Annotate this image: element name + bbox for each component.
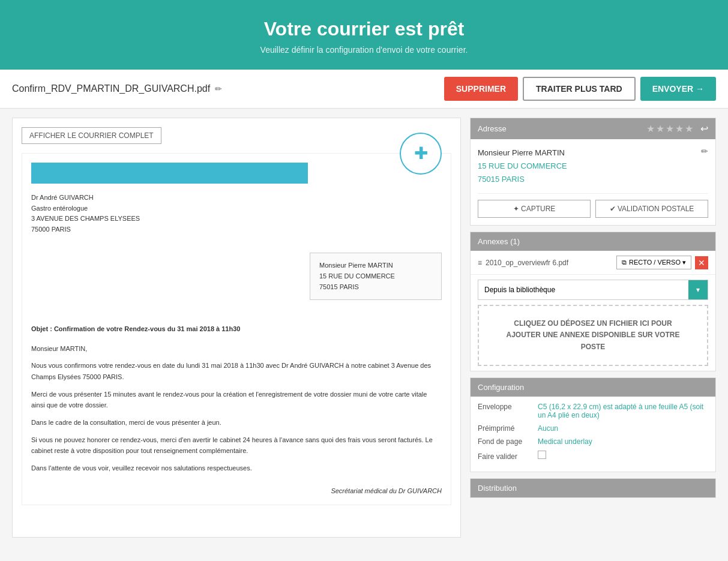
annexes-card: Annexes (1) ≡ 2010_op_overviewfr 6.pdf ⧉… [470,232,716,371]
dropzone-text: CLIQUEZ OU DÉPOSEZ UN FICHIER ICI POUR A… [507,319,680,350]
page-subtitle: Veuillez définir la configuration d'envo… [12,45,716,55]
config-row-preimprime: Préimprimé Aucun [478,424,708,433]
letter-para2: Merci de vous présenter 15 minutes avant… [31,389,442,411]
main-content: AFFICHER LE COURRIER COMPLET ✚ Dr André … [0,109,728,547]
sender-line3: 3 AVENUE DES CHAMPS ELYSEES [31,214,442,224]
letter-signature: Secrétariat médical du Dr GUIVARCH [31,486,442,496]
address-line1: 15 RUE DU COMMERCE [478,160,567,173]
star4: ★ [675,123,684,134]
letter-para3: Dans le cadre de la consultation, merci … [31,417,442,428]
recipient-line3: 75015 PARIS [319,282,432,293]
recto-verso-label: RECTO / VERSO ▾ [629,259,686,266]
return-icon[interactable]: ↩ [700,123,708,134]
address-section-title: Adresse [478,124,507,133]
address-edit-icon[interactable]: ✏ [701,146,708,156]
letter-para5: Dans l'attente de vous voir, veuillez re… [31,463,442,474]
star5: ★ [685,123,693,134]
toolbar-buttons: SUPPRIMER TRAITER PLUS TARD ENVOYER → [444,77,716,101]
sender-line2: Gastro entérologue [31,203,442,214]
sender-line1: Dr André GUIVARCH [31,193,442,203]
configuration-section-header: Configuration [471,378,715,397]
configuration-title: Configuration [478,383,524,392]
letter-body: Monsieur MARTIN, Nous vous confirmons vo… [31,343,442,474]
filename-label: Confirm_RDV_PMARTIN_DR_GUIVARCH.pdf [12,83,210,94]
letter-logo: ✚ [400,133,442,175]
config-label-fond: Fond de page [478,437,538,446]
config-label-preimprime: Préimprimé [478,424,538,433]
configuration-card: Configuration Enveloppe C5 (16,2 x 22,9 … [470,377,716,472]
remove-annex-button[interactable]: ✕ [695,256,708,269]
recipient-line2: 15 RUE DU COMMERCE [319,271,432,282]
filename-area: Confirm_RDV_PMARTIN_DR_GUIVARCH.pdf ✏ [12,83,222,94]
letter-para4: Si vous ne pouvez honorer ce rendez-vous… [31,434,442,457]
page-title: Votre courrier est prêt [12,18,716,40]
show-full-letter-button[interactable]: AFFICHER LE COURRIER COMPLET [22,127,161,144]
later-button[interactable]: TRAITER PLUS TARD [523,77,636,101]
address-section-body: Monsieur Pierre MARTIN 15 RUE DU COMMERC… [471,139,715,225]
config-value-preimprime[interactable]: Aucun [538,424,558,433]
letter-preview-panel: AFFICHER LE COURRIER COMPLET ✚ Dr André … [12,118,461,538]
star1: ★ [646,123,655,134]
toolbar: Confirm_RDV_PMARTIN_DR_GUIVARCH.pdf ✏ SU… [0,70,728,109]
address-card: Adresse ★ ★ ★ ★ ★ ↩ Monsieur Pierre MART… [470,118,716,226]
distribution-card: Distribution [470,478,716,498]
validation-postale-button[interactable]: ✔ VALIDATION POSTALE [595,200,708,218]
annexes-section-header: Annexes (1) [471,232,715,251]
letter-salutation: Monsieur MARTIN, [31,343,442,355]
copy-icon: ⧉ [622,259,627,266]
right-panel: Adresse ★ ★ ★ ★ ★ ↩ Monsieur Pierre MART… [470,118,716,498]
configuration-body: Enveloppe C5 (16,2 x 22,9 cm) est adapté… [471,397,715,472]
recipient-line1: Monsieur Pierre MARTIN [319,260,432,271]
capture-button[interactable]: ✦ CAPTURE [478,200,591,218]
sender-info: Dr André GUIVARCH Gastro entérologue 3 A… [31,193,442,235]
config-value-fond[interactable]: Medical underlay [538,437,592,446]
edit-filename-icon[interactable]: ✏ [215,84,222,94]
config-row-faire-valider: Faire valider [478,451,708,461]
address-text: Monsieur Pierre MARTIN 15 RUE DU COMMERC… [478,146,567,186]
page-header: Votre courrier est prêt Veuillez définir… [0,0,728,70]
letter-header-bar [31,163,308,184]
send-button[interactable]: ENVOYER → [640,77,716,101]
library-dropdown-arrow[interactable]: ▾ [688,280,708,299]
config-row-fond: Fond de page Medical underlay [478,437,708,446]
annex-item: ≡ 2010_op_overviewfr 6.pdf ⧉ RECTO / VER… [471,251,715,275]
annex-filename: 2010_op_overviewfr 6.pdf [486,259,568,267]
address-name: Monsieur Pierre MARTIN [478,146,567,160]
letter-preview: ✚ Dr André GUIVARCH Gastro entérologue 3… [22,153,451,505]
annex-lines-icon: ≡ [478,259,482,267]
address-section-header: Adresse ★ ★ ★ ★ ★ ↩ [471,118,715,139]
distribution-title: Distribution [478,484,517,493]
star2: ★ [656,123,664,134]
library-select[interactable]: Depuis la bibliothèque [478,281,688,298]
recipient-box: Monsieur Pierre MARTIN 15 RUE DU COMMERC… [310,253,442,300]
recto-verso-button[interactable]: ⧉ RECTO / VERSO ▾ [616,256,691,269]
annex-controls: ⧉ RECTO / VERSO ▾ ✕ [616,256,708,269]
config-label-enveloppe: Enveloppe [478,403,538,411]
address-info: Monsieur Pierre MARTIN 15 RUE DU COMMERC… [478,146,708,186]
annex-name: ≡ 2010_op_overviewfr 6.pdf [478,259,568,267]
sender-line4: 75000 PARIS [31,224,442,235]
config-row-enveloppe: Enveloppe C5 (16,2 x 22,9 cm) est adapté… [478,403,708,419]
address-line2: 75015 PARIS [478,173,567,186]
star3: ★ [666,123,674,134]
file-drop-zone[interactable]: CLIQUEZ OU DÉPOSEZ UN FICHIER ICI POUR A… [478,305,708,366]
config-label-faire-valider: Faire valider [478,452,538,461]
address-actions: ✦ CAPTURE ✔ VALIDATION POSTALE [478,193,708,218]
letter-subject: Objet : Confirmation de votre Rendez-vou… [31,324,442,334]
faire-valider-checkbox[interactable] [538,451,546,459]
letter-para1: Nous vous confirmons votre rendez-vous e… [31,360,442,382]
address-stars[interactable]: ★ ★ ★ ★ ★ [646,123,693,134]
annexes-section-title: Annexes (1) [478,237,520,246]
distribution-section-header: Distribution [471,479,715,497]
library-dropdown: Depuis la bibliothèque ▾ [478,280,708,300]
delete-button[interactable]: SUPPRIMER [444,77,518,101]
config-value-enveloppe[interactable]: C5 (16,2 x 22,9 cm) est adapté à une feu… [538,403,708,419]
